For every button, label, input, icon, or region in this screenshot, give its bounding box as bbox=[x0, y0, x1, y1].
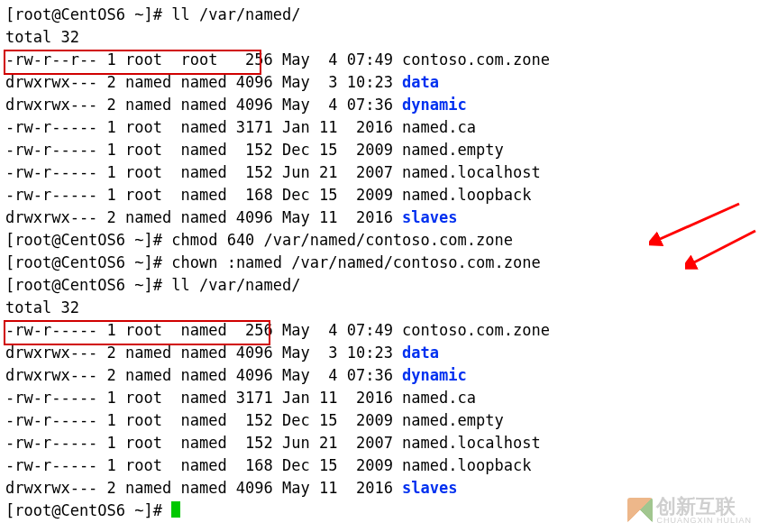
prompt-line[interactable]: [root@CentOS6 ~]# chmod 640 /var/named/c… bbox=[5, 229, 754, 252]
directory-name: data bbox=[402, 344, 439, 362]
file-name: contoso.com.zone bbox=[402, 50, 550, 69]
file-name: named.loopback bbox=[402, 186, 531, 204]
watermark-text: 创新互联 bbox=[656, 495, 736, 518]
ls-row: -rw-r----- 1 root named 3171 Jan 11 2016… bbox=[5, 116, 754, 139]
watermark: 创新互联 CHUANGXIN HULIAN bbox=[627, 495, 752, 525]
prompt-line[interactable]: [root@CentOS6 ~]# chown :named /var/name… bbox=[5, 252, 754, 274]
ls-row: drwxrwx--- 2 named named 4096 May 11 201… bbox=[5, 206, 754, 229]
directory-name: slaves bbox=[402, 208, 457, 226]
command-text: ll /var/named/ bbox=[171, 276, 300, 294]
directory-name: slaves bbox=[402, 479, 457, 497]
prompt-line[interactable]: [root@CentOS6 ~]# ll /var/named/ bbox=[5, 4, 754, 26]
file-name: contoso.com.zone bbox=[402, 321, 550, 339]
directory-name: data bbox=[402, 73, 439, 91]
file-name: named.ca bbox=[402, 118, 476, 136]
ls-row: -rw-r----- 1 root named 152 Dec 15 2009 … bbox=[5, 409, 754, 432]
ls-row: -rw-r----- 1 root named 152 Jun 21 2007 … bbox=[5, 432, 754, 454]
directory-name: dynamic bbox=[402, 366, 467, 384]
watermark-subtext: CHUANGXIN HULIAN bbox=[656, 516, 752, 525]
ls-row: -rw-r----- 1 root named 152 Dec 15 2009 … bbox=[5, 139, 754, 161]
command-text: chmod 640 /var/named/contoso.com.zone bbox=[171, 231, 513, 249]
ls-row: drwxrwx--- 2 named named 4096 May 3 10:2… bbox=[5, 342, 754, 364]
ls-row: -rw-r----- 1 root named 152 Jun 21 2007 … bbox=[5, 161, 754, 184]
shell-prompt: [root@CentOS6 ~]# bbox=[5, 253, 171, 271]
shell-prompt: [root@CentOS6 ~]# bbox=[5, 231, 171, 249]
directory-name: dynamic bbox=[402, 96, 467, 114]
command-text: ll /var/named/ bbox=[171, 5, 300, 23]
shell-prompt: [root@CentOS6 ~]# bbox=[5, 5, 171, 23]
cursor bbox=[171, 501, 180, 518]
shell-prompt: [root@CentOS6 ~]# bbox=[5, 276, 171, 294]
file-name: named.localhost bbox=[402, 163, 541, 181]
command-text: chown :named /var/named/contoso.com.zone bbox=[171, 253, 540, 271]
total-line: total 32 bbox=[5, 26, 754, 49]
ls-row: drwxrwx--- 2 named named 4096 May 4 07:3… bbox=[5, 94, 754, 116]
ls-row: drwxrwx--- 2 named named 4096 May 3 10:2… bbox=[5, 71, 754, 94]
terminal-output: [root@CentOS6 ~]# ll /var/named/total 32… bbox=[5, 4, 754, 522]
shell-prompt: [root@CentOS6 ~]# bbox=[5, 501, 171, 519]
file-name: named.empty bbox=[402, 411, 504, 429]
ls-row: -rw-r--r-- 1 root root 256 May 4 07:49 c… bbox=[5, 49, 754, 71]
ls-row: -rw-r----- 1 root named 256 May 4 07:49 … bbox=[5, 319, 754, 342]
file-name: named.loopback bbox=[402, 456, 531, 474]
total-line: total 32 bbox=[5, 297, 754, 319]
file-name: named.ca bbox=[402, 389, 476, 407]
ls-row: -rw-r----- 1 root named 168 Dec 15 2009 … bbox=[5, 454, 754, 477]
ls-row: -rw-r----- 1 root named 168 Dec 15 2009 … bbox=[5, 184, 754, 206]
watermark-logo-icon bbox=[627, 498, 653, 523]
ls-row: -rw-r----- 1 root named 3171 Jan 11 2016… bbox=[5, 387, 754, 409]
file-name: named.localhost bbox=[402, 434, 541, 452]
ls-row: drwxrwx--- 2 named named 4096 May 4 07:3… bbox=[5, 364, 754, 387]
file-name: named.empty bbox=[402, 141, 504, 159]
prompt-line[interactable]: [root@CentOS6 ~]# ll /var/named/ bbox=[5, 274, 754, 297]
